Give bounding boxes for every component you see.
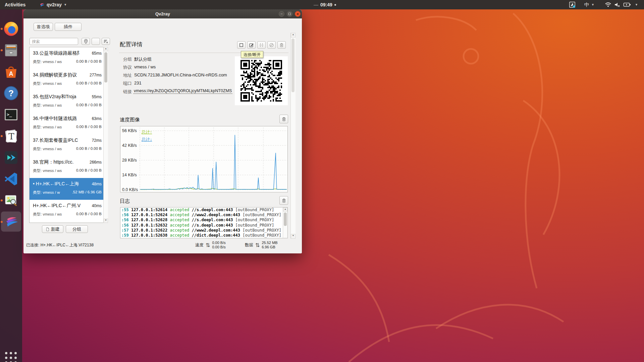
- edit-config-button[interactable]: [247, 41, 256, 49]
- dock-item-terminal[interactable]: >_: [3, 107, 19, 123]
- y-axis-tick-label: 56 KB/s: [122, 128, 137, 133]
- server-list: 33.公益等级線路嚴格阝65ms类型: vmess / ws0.00 B / 0…: [29, 47, 108, 223]
- server-traffic: 0.00 B / 0.00 B: [76, 81, 102, 86]
- delete-config-button[interactable]: [277, 41, 286, 49]
- log-line: :59 127.0.0.1:52638 accepted //dict.deep…: [120, 233, 287, 238]
- system-menu[interactable]: ▼: [635, 0, 638, 9]
- group-button[interactable]: 分组: [66, 225, 88, 233]
- disable-button[interactable]: [267, 41, 276, 49]
- log-panel: :55 127.0.0.1:52614 accepted //s.deepl.c…: [120, 207, 288, 238]
- new-config-button[interactable]: 新建: [42, 225, 63, 233]
- search-input[interactable]: [30, 38, 78, 45]
- show-applications-button[interactable]: [4, 351, 18, 362]
- server-type: 类型: vmess / ws: [33, 103, 62, 108]
- server-ping: 72ms: [92, 138, 102, 143]
- dock-item-help[interactable]: ?: [3, 85, 19, 101]
- scroll-down-icon[interactable]: ▼: [104, 219, 108, 223]
- dock-item-vscode[interactable]: [3, 171, 19, 187]
- server-type: 类型: vmess / w: [33, 190, 60, 195]
- clear-log-button[interactable]: [279, 196, 288, 205]
- server-ping: 266ms: [90, 160, 102, 165]
- plugins-button[interactable]: 插件: [55, 23, 82, 31]
- minimize-button[interactable]: −: [279, 11, 284, 17]
- edit-json-button[interactable]: [257, 41, 266, 49]
- new-config-label: 新建: [51, 226, 60, 232]
- builder-icon: [3, 149, 19, 166]
- server-title: • H+.HK←IPLC←上海: [33, 181, 79, 187]
- log-line: :56 127.0.0.1:52624 accepted //www2.deep…: [120, 213, 287, 218]
- blocked-icon: [269, 43, 274, 48]
- server-item[interactable]: 35.包括V2ray和Troja55ms类型: vmess / ws0.00 B…: [30, 91, 104, 113]
- battery-indicator[interactable]: [623, 0, 631, 9]
- tray-app-indicator[interactable]: [569, 0, 576, 9]
- qv2ray-tray-icon: [569, 1, 576, 8]
- close-button[interactable]: ×: [295, 11, 301, 17]
- sort-button[interactable]: [102, 38, 110, 45]
- dock-item-builder[interactable]: [3, 149, 19, 166]
- scroll-up-icon[interactable]: ▲: [283, 207, 287, 212]
- server-item[interactable]: 34.捐赠解锁更多协议277ms类型: vmess / ws0.00 B / 0…: [30, 69, 104, 91]
- server-title: 35.包括V2ray和Troja: [33, 94, 76, 100]
- dock-item-text-editor[interactable]: T: [3, 128, 19, 144]
- dock-item-firefox[interactable]: [3, 21, 19, 37]
- server-item[interactable]: H+.CC←IPLC←: [30, 222, 104, 223]
- server-item[interactable]: 33.公益等级線路嚴格阝65ms类型: vmess / ws0.00 B / 0…: [30, 47, 104, 69]
- dock-item-ubuntu-software[interactable]: A: [3, 64, 19, 80]
- window-titlebar[interactable]: Qv2ray: [23, 9, 302, 18]
- dock-item-qv2ray[interactable]: [3, 214, 19, 230]
- qv2ray-window: Qv2ray − × 首选项 插件 33.公益等级線路嚴格阝65ms类型: vm…: [23, 9, 302, 253]
- preferences-button[interactable]: 首选项: [34, 23, 53, 31]
- up-down-arrows-icon: ⇅: [206, 242, 210, 248]
- server-item[interactable]: 36.中继中转隧道线路63ms类型: vmess / ws0.00 B / 0.…: [30, 113, 104, 134]
- scroll-up-icon[interactable]: ▲: [291, 33, 296, 38]
- running-indicator-dot: [1, 199, 3, 201]
- legend-item[interactable]: 总计↓: [141, 137, 152, 142]
- square-icon: [239, 43, 244, 48]
- server-item[interactable]: • H+.HK←IPLC←上海48ms类型: vmess / w.52 MB /…: [30, 178, 104, 200]
- wifi-indicator[interactable]: [605, 0, 611, 9]
- server-traffic: .52 MB / 6.96 GB: [72, 190, 102, 195]
- volume-indicator[interactable]: [614, 0, 621, 9]
- connect-disconnect-button[interactable]: [237, 41, 246, 49]
- ubuntu-software-icon: A: [3, 64, 19, 80]
- chevron-down-icon: ▼: [591, 3, 594, 6]
- svg-text:>_: >_: [7, 112, 12, 117]
- field-label: 地址: [123, 72, 133, 78]
- help-icon: ?: [3, 85, 19, 101]
- activities-button[interactable]: Activities: [5, 0, 25, 9]
- clock[interactable]: — 09:49: [314, 0, 336, 9]
- image-viewer-icon: [3, 192, 19, 208]
- svg-text:?: ?: [8, 88, 14, 98]
- dock-item-files[interactable]: [3, 42, 19, 58]
- running-indicator-dot: [1, 135, 3, 137]
- server-title: 33.公益等级線路嚴格阝: [33, 50, 82, 56]
- share-link-input[interactable]: [133, 88, 232, 94]
- server-item[interactable]: H+.HK←IPLC←广州.V40ms类型: vmess / ws0.00 B …: [30, 200, 104, 222]
- log-scrollbar[interactable]: ▲: [283, 207, 287, 238]
- map-pin-icon: [84, 39, 88, 44]
- server-list-scrollbar[interactable]: ▲ ▼: [103, 47, 108, 223]
- dock-item-image-viewer[interactable]: [3, 192, 19, 208]
- field-label: 分组: [123, 56, 133, 62]
- location-pin-button[interactable]: [82, 38, 90, 45]
- server-item[interactable]: 37.长期套餐覆盖IPLC72ms类型: vmess / ws0.00 B / …: [30, 134, 104, 156]
- app-menu[interactable]: qv2ray ▼: [40, 0, 67, 9]
- blank-button[interactable]: [92, 38, 100, 45]
- maximize-button[interactable]: [287, 11, 292, 17]
- scroll-down-icon[interactable]: ▼: [291, 234, 296, 239]
- server-item[interactable]: 38.官网：https://cc.266ms类型: vmess / ws0.00…: [30, 156, 104, 178]
- server-title: H+.HK←IPLC←广州.V: [33, 203, 80, 209]
- y-axis-tick-label: 42 KB/s: [122, 143, 137, 148]
- legend-item[interactable]: 总计↑: [141, 130, 152, 134]
- server-traffic: 0.00 B / 0.00 B: [76, 59, 102, 64]
- qv2ray-icon: [3, 214, 19, 230]
- input-method-indicator[interactable]: 中 ▼: [584, 0, 594, 9]
- main-scrollbar[interactable]: ▲ ▼: [290, 33, 296, 239]
- clear-graph-button[interactable]: [279, 115, 288, 123]
- battery-charging-icon: [623, 2, 631, 7]
- scroll-up-icon[interactable]: ▲: [104, 47, 108, 51]
- speed-chart: 56 KB/s42 KB/s28 KB/s14 KB/s0.0 KB/s总计↑总…: [120, 126, 288, 192]
- wifi-icon: [605, 2, 611, 7]
- notification-dot: [334, 4, 336, 6]
- data-down-value: 6.96 GB: [262, 245, 275, 249]
